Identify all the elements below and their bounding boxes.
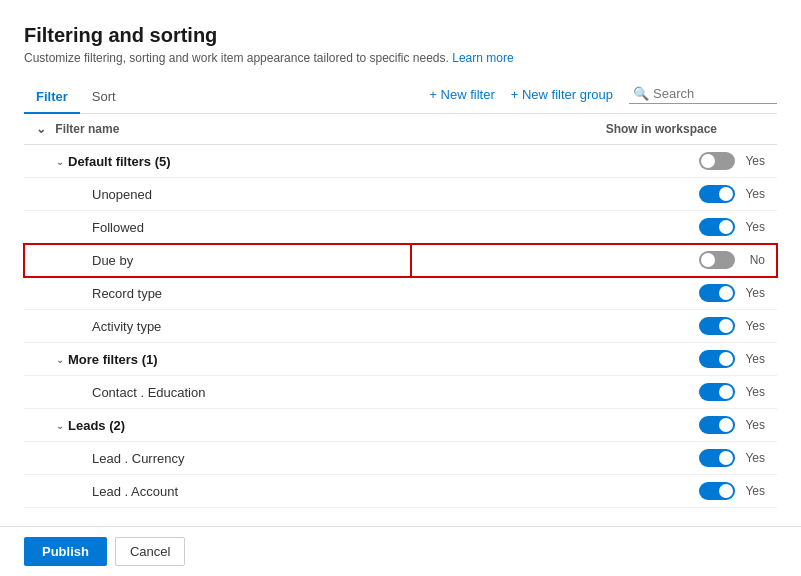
tabs-actions: + New filter + New filter group 🔍 — [429, 84, 777, 110]
learn-more-link[interactable]: Learn more — [452, 51, 513, 65]
table-row: Due byNo — [24, 244, 777, 277]
toggle-lead-currency[interactable] — [699, 449, 735, 467]
page-title: Filtering and sorting — [24, 24, 777, 47]
toggle-label: Yes — [741, 451, 765, 465]
show-col-cell: Yes — [411, 442, 777, 475]
toggle-label: Yes — [741, 220, 765, 234]
table-row: UnopenedYes — [24, 178, 777, 211]
toggle-label: Yes — [741, 154, 765, 168]
show-col-cell: Yes — [411, 310, 777, 343]
chevron-icon[interactable]: ⌄ — [56, 156, 64, 167]
toggle-unopened[interactable] — [699, 185, 735, 203]
show-col-cell: Yes — [411, 145, 777, 178]
search-box[interactable]: 🔍 — [629, 84, 777, 104]
filter-name-cell: ⌄Leads (2) — [24, 409, 411, 442]
toggle-label: Yes — [741, 352, 765, 366]
header-chevron[interactable]: ⌄ — [36, 122, 52, 136]
toggle-followed[interactable] — [699, 218, 735, 236]
filter-name-label: Contact . Education — [92, 385, 205, 400]
search-input[interactable] — [653, 86, 773, 101]
chevron-icon[interactable]: ⌄ — [56, 420, 64, 431]
table-row: Contact . EducationYes — [24, 376, 777, 409]
table-row: ⌄Default filters (5)Yes — [24, 145, 777, 178]
filter-name-cell: Activity type — [24, 310, 411, 343]
page-subtitle: Customize filtering, sorting and work it… — [24, 51, 777, 65]
filter-name-cell: Record type — [24, 277, 411, 310]
table-row: FollowedYes — [24, 211, 777, 244]
filter-name-label: Lead . Currency — [92, 451, 185, 466]
filter-name-label: Due by — [92, 253, 133, 268]
filter-name-cell: Contact . Education — [24, 376, 411, 409]
show-col-cell: Yes — [411, 178, 777, 211]
col-filter-name: ⌄ Filter name — [24, 114, 411, 145]
filter-name-cell: ⌄Default filters (5) — [24, 145, 411, 178]
filter-name-label: Lead . Account — [92, 484, 178, 499]
filter-name-cell: Lead . Account — [24, 475, 411, 508]
show-col-cell: Yes — [411, 211, 777, 244]
show-col-cell: Yes — [411, 409, 777, 442]
toggle-activity-type[interactable] — [699, 317, 735, 335]
tab-filter[interactable]: Filter — [24, 81, 80, 114]
tab-sort[interactable]: Sort — [80, 81, 128, 114]
filter-name-label: More filters (1) — [68, 352, 158, 367]
table-row: Activity typeYes — [24, 310, 777, 343]
toggle-label: Yes — [741, 385, 765, 399]
show-col-cell: Yes — [411, 376, 777, 409]
toggle-contact-education[interactable] — [699, 383, 735, 401]
filter-name-cell: ⌄More filters (1) — [24, 343, 411, 376]
search-icon: 🔍 — [633, 86, 649, 101]
filter-name-label: Record type — [92, 286, 162, 301]
table-row: Lead . AccountYes — [24, 475, 777, 508]
tabs-row: Filter Sort + New filter + New filter gr… — [24, 81, 777, 114]
filter-name-cell: Due by — [24, 244, 411, 277]
toggle-label: Yes — [741, 286, 765, 300]
toggle-label: No — [741, 253, 765, 267]
toggle-label: Yes — [741, 319, 765, 333]
toggle-more-filters[interactable] — [699, 350, 735, 368]
filter-name-label: Activity type — [92, 319, 161, 334]
cancel-button[interactable]: Cancel — [115, 537, 185, 566]
filter-name-label: Leads (2) — [68, 418, 125, 433]
show-col-cell: No — [411, 244, 777, 277]
toggle-due-by[interactable] — [699, 251, 735, 269]
toggle-label: Yes — [741, 484, 765, 498]
show-col-cell: Yes — [411, 277, 777, 310]
toggle-leads[interactable] — [699, 416, 735, 434]
table-row: Lead . CurrencyYes — [24, 442, 777, 475]
table-row: ⌄More filters (1)Yes — [24, 343, 777, 376]
footer: Publish Cancel — [0, 526, 801, 576]
chevron-icon[interactable]: ⌄ — [56, 354, 64, 365]
filter-name-label: Default filters (5) — [68, 154, 171, 169]
show-col-cell: Yes — [411, 343, 777, 376]
filter-name-label: Unopened — [92, 187, 152, 202]
new-filter-button[interactable]: + New filter — [429, 87, 494, 102]
new-filter-group-button[interactable]: + New filter group — [511, 87, 613, 102]
toggle-default-filters[interactable] — [699, 152, 735, 170]
toggle-label: Yes — [741, 187, 765, 201]
filter-name-cell: Lead . Currency — [24, 442, 411, 475]
table-row: ⌄Leads (2)Yes — [24, 409, 777, 442]
toggle-lead-account[interactable] — [699, 482, 735, 500]
table-row: Record typeYes — [24, 277, 777, 310]
col-show: Show in workspace — [411, 114, 777, 145]
toggle-record-type[interactable] — [699, 284, 735, 302]
filter-table: ⌄ Filter name Show in workspace ⌄Default… — [24, 114, 777, 508]
filter-name-cell: Unopened — [24, 178, 411, 211]
filter-name-label: Followed — [92, 220, 144, 235]
filter-name-cell: Followed — [24, 211, 411, 244]
show-col-cell: Yes — [411, 475, 777, 508]
toggle-label: Yes — [741, 418, 765, 432]
publish-button[interactable]: Publish — [24, 537, 107, 566]
